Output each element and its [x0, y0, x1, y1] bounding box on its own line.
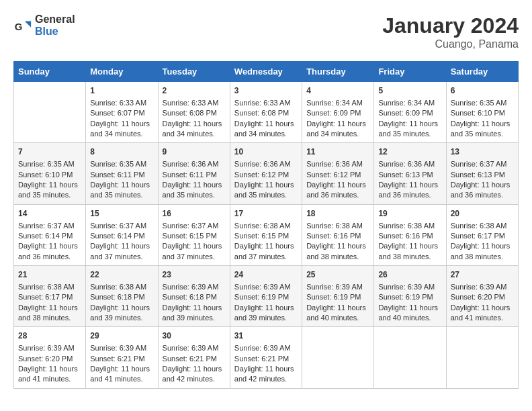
cell-text: Sunset: 6:17 PM: [18, 292, 81, 302]
cell-text: Sunrise: 6:34 AM: [306, 98, 369, 108]
cell-text: Daylight: 11 hours and 34 minutes.: [234, 119, 298, 140]
cell-text: Sunset: 6:17 PM: [451, 231, 514, 241]
day-number: 15: [90, 208, 153, 220]
header-sunday: Sunday: [14, 62, 86, 82]
cell-text: Sunrise: 6:36 AM: [378, 159, 441, 169]
day-number: 10: [234, 146, 298, 158]
header-wednesday: Wednesday: [230, 62, 302, 82]
cell-text: Sunrise: 6:36 AM: [163, 159, 226, 169]
day-number: 22: [90, 269, 153, 281]
cell-text: Sunset: 6:10 PM: [451, 108, 514, 118]
cell-text: Sunrise: 6:37 AM: [451, 159, 514, 169]
calendar-table: SundayMondayTuesdayWednesdayThursdayFrid…: [13, 61, 519, 389]
cell-text: Sunrise: 6:39 AM: [306, 282, 369, 292]
calendar-cell: 10Sunrise: 6:36 AMSunset: 6:12 PMDayligh…: [230, 143, 302, 204]
cell-text: Sunset: 6:11 PM: [90, 170, 153, 180]
cell-text: Daylight: 11 hours and 35 minutes.: [451, 119, 514, 140]
calendar-cell: 1Sunrise: 6:33 AMSunset: 6:07 PMDaylight…: [86, 82, 158, 143]
cell-text: Daylight: 11 hours and 39 minutes.: [163, 303, 226, 324]
day-number: 24: [234, 269, 298, 281]
logo-blue: Blue: [35, 26, 75, 38]
calendar-cell: 27Sunrise: 6:39 AMSunset: 6:20 PMDayligh…: [446, 266, 518, 327]
day-number: 5: [378, 85, 441, 97]
day-number: 19: [378, 208, 441, 220]
calendar-cell: 30Sunrise: 6:39 AMSunset: 6:21 PMDayligh…: [158, 327, 230, 388]
calendar-header-row: SundayMondayTuesdayWednesdayThursdayFrid…: [14, 62, 519, 82]
cell-text: Daylight: 11 hours and 36 minutes.: [378, 180, 441, 201]
calendar-cell: 22Sunrise: 6:38 AMSunset: 6:18 PMDayligh…: [86, 266, 158, 327]
cell-text: Sunrise: 6:34 AM: [378, 98, 441, 108]
cell-text: Sunrise: 6:39 AM: [90, 343, 153, 353]
day-number: 7: [18, 146, 81, 158]
cell-text: Sunrise: 6:39 AM: [163, 343, 226, 353]
cell-text: Daylight: 11 hours and 42 minutes.: [163, 364, 226, 385]
cell-text: Sunset: 6:21 PM: [163, 354, 226, 364]
cell-text: Sunset: 6:08 PM: [163, 108, 226, 118]
cell-text: Sunrise: 6:38 AM: [451, 221, 514, 231]
svg-marker-1: [25, 21, 31, 27]
calendar-cell: 7Sunrise: 6:35 AMSunset: 6:10 PMDaylight…: [14, 143, 86, 204]
cell-text: Daylight: 11 hours and 38 minutes.: [378, 241, 441, 262]
calendar-week-2: 14Sunrise: 6:37 AMSunset: 6:14 PMDayligh…: [14, 204, 519, 265]
svg-text:G: G: [15, 20, 23, 32]
cell-text: Daylight: 11 hours and 36 minutes.: [451, 180, 514, 201]
day-number: 29: [90, 330, 153, 342]
cell-text: Daylight: 11 hours and 40 minutes.: [306, 303, 369, 324]
cell-text: Daylight: 11 hours and 41 minutes.: [90, 364, 153, 385]
calendar-cell: 2Sunrise: 6:33 AMSunset: 6:08 PMDaylight…: [158, 82, 230, 143]
cell-text: Sunset: 6:19 PM: [378, 292, 441, 302]
cell-text: Sunrise: 6:37 AM: [18, 221, 81, 231]
cell-text: Sunset: 6:09 PM: [306, 108, 369, 118]
calendar-cell: 6Sunrise: 6:35 AMSunset: 6:10 PMDaylight…: [446, 82, 518, 143]
day-number: 26: [378, 269, 441, 281]
cell-text: Sunrise: 6:36 AM: [234, 159, 298, 169]
cell-text: Sunset: 6:07 PM: [90, 108, 153, 118]
location: Cuango, Panama: [382, 38, 519, 50]
calendar-cell: [446, 327, 518, 388]
day-number: 4: [306, 85, 369, 97]
calendar-cell: 13Sunrise: 6:37 AMSunset: 6:13 PMDayligh…: [446, 143, 518, 204]
cell-text: Sunset: 6:21 PM: [90, 354, 153, 364]
calendar-cell: [302, 327, 374, 388]
cell-text: Sunrise: 6:38 AM: [378, 221, 441, 231]
day-number: 21: [18, 269, 81, 281]
day-number: 20: [451, 208, 514, 220]
calendar-cell: 16Sunrise: 6:37 AMSunset: 6:15 PMDayligh…: [158, 204, 230, 265]
calendar-week-0: 1Sunrise: 6:33 AMSunset: 6:07 PMDaylight…: [14, 82, 519, 143]
cell-text: Daylight: 11 hours and 35 minutes.: [18, 180, 81, 201]
cell-text: Sunrise: 6:33 AM: [234, 98, 298, 108]
cell-text: Sunrise: 6:35 AM: [18, 159, 81, 169]
cell-text: Sunset: 6:20 PM: [18, 354, 81, 364]
cell-text: Sunrise: 6:33 AM: [163, 98, 226, 108]
cell-text: Daylight: 11 hours and 38 minutes.: [18, 303, 81, 324]
header-tuesday: Tuesday: [158, 62, 230, 82]
cell-text: Sunset: 6:18 PM: [90, 292, 153, 302]
cell-text: Sunrise: 6:35 AM: [451, 98, 514, 108]
calendar-cell: 26Sunrise: 6:39 AMSunset: 6:19 PMDayligh…: [374, 266, 446, 327]
day-number: 11: [306, 146, 369, 158]
cell-text: Sunset: 6:16 PM: [378, 231, 441, 241]
cell-text: Daylight: 11 hours and 37 minutes.: [163, 241, 226, 262]
cell-text: Daylight: 11 hours and 34 minutes.: [163, 119, 226, 140]
calendar-cell: 29Sunrise: 6:39 AMSunset: 6:21 PMDayligh…: [86, 327, 158, 388]
calendar-cell: 31Sunrise: 6:39 AMSunset: 6:21 PMDayligh…: [230, 327, 302, 388]
cell-text: Sunset: 6:15 PM: [163, 231, 226, 241]
cell-text: Sunrise: 6:37 AM: [90, 221, 153, 231]
cell-text: Daylight: 11 hours and 37 minutes.: [90, 241, 153, 262]
cell-text: Sunset: 6:08 PM: [234, 108, 298, 118]
cell-text: Sunset: 6:16 PM: [306, 231, 369, 241]
cell-text: Sunset: 6:14 PM: [18, 231, 81, 241]
day-number: 13: [451, 146, 514, 158]
header-saturday: Saturday: [446, 62, 518, 82]
day-number: 31: [234, 330, 298, 342]
month-title: January 2024: [382, 13, 519, 38]
header-friday: Friday: [374, 62, 446, 82]
cell-text: Sunset: 6:13 PM: [451, 170, 514, 180]
calendar-cell: 15Sunrise: 6:37 AMSunset: 6:14 PMDayligh…: [86, 204, 158, 265]
day-number: 18: [306, 208, 369, 220]
cell-text: Sunrise: 6:35 AM: [90, 159, 153, 169]
cell-text: Daylight: 11 hours and 37 minutes.: [234, 241, 298, 262]
cell-text: Daylight: 11 hours and 38 minutes.: [451, 241, 514, 262]
day-number: 23: [163, 269, 226, 281]
calendar-cell: 21Sunrise: 6:38 AMSunset: 6:17 PMDayligh…: [14, 266, 86, 327]
